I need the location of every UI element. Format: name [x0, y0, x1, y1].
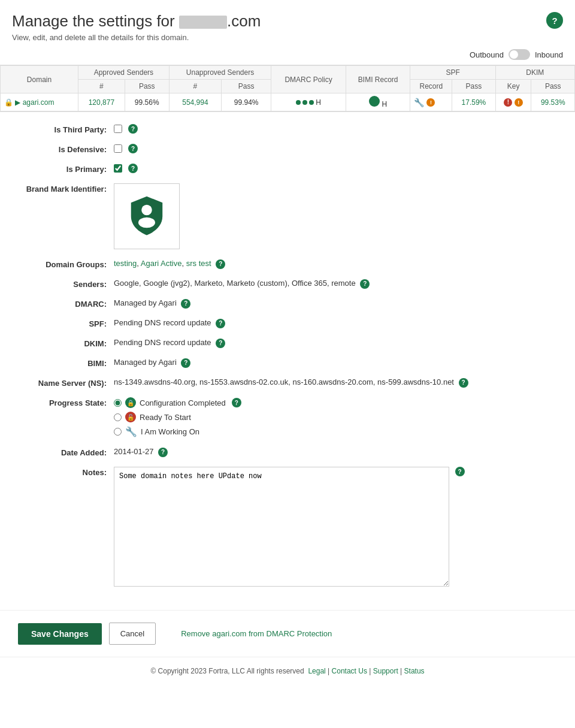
- th-spf-pass: Pass: [452, 80, 495, 93]
- th-dmarc-policy: DMARC Policy: [271, 66, 346, 93]
- nameserver-help-icon[interactable]: ?: [459, 378, 468, 388]
- td-spf-record: 🔧 !: [410, 93, 452, 111]
- td-unapproved-num: 554,994: [169, 93, 221, 111]
- td-approved-num: 120,877: [78, 93, 125, 111]
- date-added-help-icon[interactable]: ?: [158, 448, 168, 457]
- cancel-button[interactable]: Cancel: [109, 623, 156, 645]
- progress-row: Progress State: 🔒 Configuration Complete…: [18, 397, 557, 437]
- lock-icon: 🔒: [4, 98, 13, 107]
- th-unapproved-pass: Pass: [222, 80, 271, 93]
- save-button[interactable]: Save Changes: [18, 623, 102, 645]
- support-link[interactable]: Support: [373, 667, 398, 675]
- spf-record-cell: 🔧 !: [414, 98, 448, 107]
- dkim-row: DKIM: Pending DNS record update ?: [18, 338, 557, 348]
- dkim-help-icon[interactable]: ?: [216, 339, 225, 348]
- svg-point-1: [138, 218, 155, 228]
- dkim-warning-badge: !: [515, 98, 523, 107]
- top-help-icon[interactable]: ?: [546, 12, 563, 29]
- is-primary-help-icon[interactable]: ?: [128, 164, 138, 173]
- brand-mark-label: Brand Mark Identifier:: [18, 183, 114, 194]
- bimi-row: BIMI: Managed by Agari ?: [18, 358, 557, 368]
- expand-arrow-icon[interactable]: ▶: [15, 98, 20, 107]
- progress-option-completed[interactable]: 🔒 Configuration Completed ?: [114, 397, 557, 408]
- domain-group-agari-link[interactable]: Agari Active: [141, 259, 182, 268]
- date-added-row: Date Added: 2014-01-27 ?: [18, 447, 557, 457]
- nameserver-row: Name Server (NS): ns-1349.awsdns-40.org,…: [18, 377, 557, 388]
- td-dmarc-policy: H: [271, 93, 346, 111]
- th-spf-group: SPF: [410, 66, 495, 80]
- progress-label-ready: Ready To Start: [140, 413, 191, 422]
- td-approved-pass: 99.56%: [125, 93, 169, 111]
- domain-group-srs-link[interactable]: srs test: [186, 259, 211, 268]
- brand-mark-value: [114, 183, 557, 249]
- domain-group-testing-link[interactable]: testing: [114, 259, 137, 268]
- is-third-party-label: Is Third Party:: [18, 124, 114, 134]
- dmarc-help-icon[interactable]: ?: [181, 299, 190, 309]
- table-row: 🔒 ▶ agari.com 120,877 99.56% 554,994 99.…: [1, 93, 575, 111]
- legal-link[interactable]: Legal: [308, 667, 325, 675]
- bimi-help-icon[interactable]: ?: [181, 358, 190, 368]
- dot-1: [296, 100, 301, 105]
- spf-pass-link[interactable]: 17.59%: [462, 98, 486, 107]
- progress-option-working[interactable]: 🔧 I Am Working On: [114, 426, 557, 437]
- th-bimi-record: BIMI Record: [346, 66, 410, 93]
- notes-help-icon[interactable]: ?: [455, 467, 465, 476]
- date-added-value: 2014-01-27 ?: [114, 447, 557, 457]
- approved-num-link[interactable]: 120,877: [89, 98, 114, 107]
- progress-radio-working[interactable]: [114, 428, 122, 436]
- toggle-area: Outbound Inbound: [0, 44, 575, 65]
- domain-groups-label: Domain Groups:: [18, 259, 114, 269]
- th-approved-num: #: [78, 80, 125, 93]
- senders-help-icon[interactable]: ?: [360, 279, 370, 289]
- th-approved-pass: Pass: [125, 80, 169, 93]
- domain-groups-row: Domain Groups: testing, Agari Active, sr…: [18, 259, 557, 269]
- progress-label-working: I Am Working On: [141, 427, 199, 436]
- is-third-party-row: Is Third Party: ?: [18, 124, 557, 134]
- contact-link[interactable]: Contact Us: [332, 667, 367, 675]
- is-defensive-help-icon[interactable]: ?: [128, 144, 138, 153]
- unapproved-num-link[interactable]: 554,994: [182, 98, 208, 107]
- outbound-inbound-toggle[interactable]: [509, 49, 530, 60]
- progress-label: Progress State:: [18, 397, 114, 407]
- exclaim-badge: !: [504, 98, 512, 107]
- notes-field-value: Some domain notes here UPdate now ?: [114, 467, 557, 588]
- dot-2: [302, 100, 307, 105]
- status-link[interactable]: Status: [404, 667, 425, 675]
- is-primary-checkbox[interactable]: [114, 164, 122, 173]
- date-added-label: Date Added:: [18, 447, 114, 457]
- spf-help-icon[interactable]: ?: [216, 319, 225, 328]
- is-defensive-checkbox[interactable]: [114, 144, 122, 153]
- th-domain: Domain: [1, 66, 78, 93]
- ready-icon: 🔓: [125, 412, 136, 422]
- is-third-party-checkbox[interactable]: [114, 125, 122, 133]
- dmarc-dots: H: [275, 98, 342, 107]
- domain-groups-value: testing, Agari Active, srs test ?: [114, 259, 557, 269]
- senders-row: Senders: Google, Google (jvg2), Marketo,…: [18, 279, 557, 289]
- domain-groups-help-icon[interactable]: ?: [216, 259, 225, 269]
- is-third-party-help-icon[interactable]: ?: [128, 124, 138, 134]
- button-area: Save Changes Cancel Remove agari.com fro…: [0, 610, 575, 657]
- dkim-field-value: Pending DNS record update ?: [114, 338, 557, 348]
- spf-field-label: SPF:: [18, 318, 114, 328]
- progress-option-ready[interactable]: 🔓 Ready To Start: [114, 412, 557, 422]
- remove-dmarc-link[interactable]: Remove agari.com from DMARC Protection: [181, 629, 332, 638]
- domain-link[interactable]: agari.com: [23, 98, 55, 107]
- notes-label: Notes:: [18, 467, 114, 477]
- is-third-party-value: ?: [114, 124, 557, 134]
- dmarc-row: DMARC: Managed by Agari ?: [18, 298, 557, 309]
- dkim-pass-link[interactable]: 99.53%: [541, 98, 565, 107]
- progress-help-icon[interactable]: ?: [232, 398, 241, 407]
- senders-label: Senders:: [18, 279, 114, 289]
- th-spf-record: Record: [410, 80, 452, 93]
- bimi-field-label: BIMI:: [18, 358, 114, 368]
- td-domain: 🔒 ▶ agari.com: [1, 93, 78, 111]
- td-bimi-record: H: [346, 93, 410, 111]
- page-header: Manage the settings for .com View, edit,…: [0, 0, 575, 44]
- progress-radio-completed[interactable]: [114, 399, 122, 407]
- dmarc-field-label: DMARC:: [18, 298, 114, 309]
- wrench-icon: 🔧: [414, 98, 424, 107]
- inbound-label: Inbound: [535, 50, 563, 59]
- notes-textarea[interactable]: Some domain notes here UPdate now: [114, 467, 449, 587]
- td-unapproved-pass: 99.94%: [222, 93, 271, 111]
- progress-radio-ready[interactable]: [114, 413, 122, 421]
